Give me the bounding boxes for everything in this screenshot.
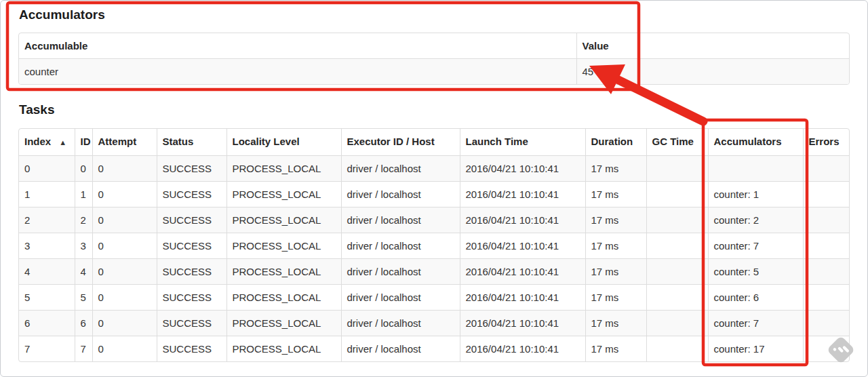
- task-cell-index: 0: [19, 156, 75, 182]
- task-cell-id: 6: [75, 311, 92, 336]
- task-cell-gc-time: [646, 285, 708, 311]
- task-cell-index: 7: [19, 336, 75, 362]
- task-cell-id: 0: [75, 156, 92, 182]
- task-cell-launch-time: 2016/04/21 10:10:41: [460, 182, 585, 207]
- task-cell-locality-level: PROCESS_LOCAL: [226, 182, 341, 207]
- column-header-gc-time[interactable]: GC Time: [646, 129, 708, 156]
- column-header-launch-time[interactable]: Launch Time: [460, 129, 585, 156]
- task-cell-locality-level: PROCESS_LOCAL: [226, 285, 341, 311]
- task-cell-id: 5: [75, 285, 92, 311]
- task-cell-errors: [803, 311, 849, 336]
- task-cell-errors: [803, 233, 849, 259]
- task-cell-status: SUCCESS: [157, 182, 226, 207]
- task-cell-duration: 17 ms: [585, 156, 646, 182]
- task-cell-attempt: 0: [92, 207, 157, 233]
- column-header-value: Value: [576, 33, 849, 59]
- accumulators-table: Accumulable Value counter 45: [18, 33, 850, 85]
- task-cell-errors: [803, 182, 849, 207]
- column-header-label: Launch Time: [466, 136, 528, 147]
- task-cell-locality-level: PROCESS_LOCAL: [226, 336, 341, 362]
- column-header-label: Locality Level: [233, 136, 300, 147]
- task-cell-status: SUCCESS: [157, 233, 226, 259]
- column-header-label: Executor ID / Host: [347, 136, 435, 147]
- column-header-label: Accumulators: [714, 136, 782, 147]
- task-cell-id: 3: [75, 233, 92, 259]
- task-cell-duration: 17 ms: [585, 285, 646, 311]
- task-cell-index: 6: [19, 311, 75, 336]
- task-cell-index: 1: [19, 182, 75, 207]
- task-cell-attempt: 0: [92, 285, 157, 311]
- accumulators-header-row: Accumulable Value: [19, 33, 849, 59]
- column-header-label: Status: [163, 136, 194, 147]
- task-cell-accumulators: counter: 5: [708, 259, 803, 285]
- task-cell-gc-time: [646, 259, 708, 285]
- task-row: 000SUCCESSPROCESS_LOCALdriver / localhos…: [19, 156, 849, 182]
- task-cell-duration: 17 ms: [585, 233, 646, 259]
- task-cell-executor-id-host: driver / localhost: [341, 336, 460, 362]
- column-header-attempt[interactable]: Attempt: [92, 129, 157, 156]
- task-cell-status: SUCCESS: [157, 311, 226, 336]
- task-cell-accumulators: counter: 2: [708, 207, 803, 233]
- task-cell-gc-time: [646, 182, 708, 207]
- column-header-index[interactable]: Index▲: [19, 129, 75, 156]
- task-cell-launch-time: 2016/04/21 10:10:41: [460, 336, 585, 362]
- column-header-status[interactable]: Status: [157, 129, 226, 156]
- task-cell-status: SUCCESS: [157, 259, 226, 285]
- column-header-id[interactable]: ID: [75, 129, 92, 156]
- task-row: 440SUCCESSPROCESS_LOCALdriver / localhos…: [19, 259, 849, 285]
- task-cell-accumulators: [708, 156, 803, 182]
- task-cell-duration: 17 ms: [585, 336, 646, 362]
- task-cell-executor-id-host: driver / localhost: [341, 207, 460, 233]
- task-cell-errors: [803, 207, 849, 233]
- task-cell-gc-time: [646, 156, 708, 182]
- tasks-table: Index▲IDAttemptStatusLocality LevelExecu…: [18, 128, 850, 362]
- task-cell-executor-id-host: driver / localhost: [341, 311, 460, 336]
- task-cell-id: 7: [75, 336, 92, 362]
- task-cell-status: SUCCESS: [157, 336, 226, 362]
- task-cell-accumulators: counter: 7: [708, 311, 803, 336]
- task-row: 220SUCCESSPROCESS_LOCALdriver / localhos…: [19, 207, 849, 233]
- task-cell-gc-time: [646, 336, 708, 362]
- task-cell-duration: 17 ms: [585, 311, 646, 336]
- column-header-executor-id-host[interactable]: Executor ID / Host: [341, 129, 460, 156]
- task-cell-attempt: 0: [92, 182, 157, 207]
- column-header-label: Errors: [809, 136, 840, 147]
- task-cell-errors: [803, 259, 849, 285]
- task-row: 110SUCCESSPROCESS_LOCALdriver / localhos…: [19, 182, 849, 207]
- column-header-errors[interactable]: Errors: [803, 129, 849, 156]
- task-cell-accumulators: counter: 1: [708, 182, 803, 207]
- accumulator-row: counter 45: [19, 59, 849, 85]
- task-cell-accumulators: counter: 7: [708, 233, 803, 259]
- task-cell-duration: 17 ms: [585, 259, 646, 285]
- task-cell-launch-time: 2016/04/21 10:10:41: [460, 285, 585, 311]
- column-header-accumulable: Accumulable: [19, 33, 576, 59]
- task-cell-id: 1: [75, 182, 92, 207]
- task-cell-launch-time: 2016/04/21 10:10:41: [460, 156, 585, 182]
- task-cell-gc-time: [646, 233, 708, 259]
- task-cell-executor-id-host: driver / localhost: [341, 285, 460, 311]
- task-cell-gc-time: [646, 311, 708, 336]
- column-header-label: Attempt: [98, 136, 137, 147]
- task-cell-locality-level: PROCESS_LOCAL: [226, 311, 341, 336]
- column-header-locality-level[interactable]: Locality Level: [226, 129, 341, 156]
- task-cell-locality-level: PROCESS_LOCAL: [226, 259, 341, 285]
- task-cell-executor-id-host: driver / localhost: [341, 182, 460, 207]
- task-cell-id: 2: [75, 207, 92, 233]
- task-row: 660SUCCESSPROCESS_LOCALdriver / localhos…: [19, 311, 849, 336]
- column-header-label: Index: [24, 136, 51, 147]
- task-cell-attempt: 0: [92, 156, 157, 182]
- task-row: 770SUCCESSPROCESS_LOCALdriver / localhos…: [19, 336, 849, 362]
- task-cell-duration: 17 ms: [585, 182, 646, 207]
- column-header-duration[interactable]: Duration: [585, 129, 646, 156]
- task-cell-locality-level: PROCESS_LOCAL: [226, 233, 341, 259]
- task-row: 330SUCCESSPROCESS_LOCALdriver / localhos…: [19, 233, 849, 259]
- task-cell-gc-time: [646, 207, 708, 233]
- accumulators-heading: Accumulators: [19, 7, 105, 23]
- task-cell-executor-id-host: driver / localhost: [341, 259, 460, 285]
- task-cell-locality-level: PROCESS_LOCAL: [226, 207, 341, 233]
- task-row: 550SUCCESSPROCESS_LOCALdriver / localhos…: [19, 285, 849, 311]
- task-cell-duration: 17 ms: [585, 207, 646, 233]
- task-cell-attempt: 0: [92, 336, 157, 362]
- column-header-accumulators[interactable]: Accumulators: [708, 129, 803, 156]
- task-cell-accumulators: counter: 17: [708, 336, 803, 362]
